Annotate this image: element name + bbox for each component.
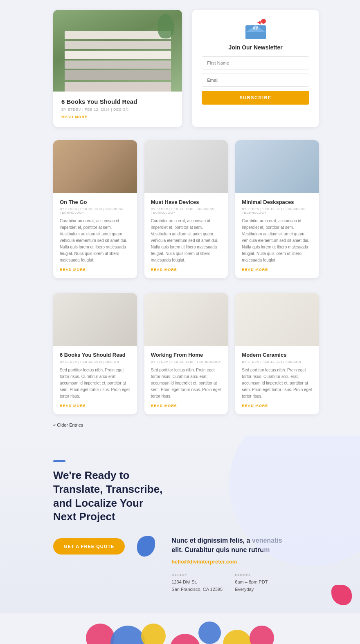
blog-card-1: Working From Home BY ETDEV | FEB 12, 201… bbox=[144, 293, 228, 414]
card-meta: BY ETDEV | FEB 12, 2018 | BUSINESS, TECH… bbox=[60, 207, 130, 215]
blog-grid: On The Go BY ETDEV | FEB 12, 2018 | BUSI… bbox=[0, 137, 360, 282]
people-row bbox=[0, 642, 360, 644]
hours-label: HOURS bbox=[235, 573, 294, 577]
newsletter-title: Join Our Newsletter bbox=[229, 44, 283, 51]
card-excerpt: Curabitur arcu erat, accumsan id imperdi… bbox=[60, 218, 130, 264]
card-read-more[interactable]: READ MORE bbox=[151, 268, 222, 272]
people-illustration-section bbox=[0, 613, 360, 644]
cta-right: Nunc et dignissim felis, a venenatis eli… bbox=[171, 536, 294, 593]
bubble-yellow-1 bbox=[141, 624, 166, 644]
card-image-0 bbox=[53, 140, 137, 193]
card-read-more[interactable]: READ MORE bbox=[60, 404, 130, 408]
newsletter-email-input[interactable] bbox=[202, 74, 309, 87]
top-section: 6 Books You Should Read BY ETDEV | FEB 1… bbox=[0, 0, 360, 137]
cta-accent-bar bbox=[53, 460, 65, 462]
card-image-2 bbox=[235, 140, 319, 193]
pagination: « Older Entries bbox=[0, 418, 360, 436]
featured-post-title: 6 Books You Should Read bbox=[61, 98, 174, 105]
featured-card-body: 6 Books You Should Read BY ETDEV | FEB 1… bbox=[53, 92, 182, 127]
cta-office: OFFICE 1234 Divi St.San Francisco, CA 12… bbox=[171, 573, 231, 593]
hours-value: 6am – 8pm PDTEveryday bbox=[235, 579, 294, 593]
blog-grid-row2: 6 Books You Should Read BY ETDEV | FEB 1… bbox=[0, 290, 360, 418]
card-read-more[interactable]: READ MORE bbox=[60, 268, 130, 272]
card-read-more[interactable]: READ MORE bbox=[151, 404, 222, 408]
blue-blob-decoration bbox=[137, 536, 155, 557]
older-entries-link[interactable]: « Older Entries bbox=[53, 423, 83, 427]
cta-tagline: Nunc et dignissim felis, a venenatis eli… bbox=[171, 536, 294, 555]
bubble-pink-small bbox=[250, 626, 274, 644]
card-title: Working From Home bbox=[151, 352, 222, 358]
cta-contact-grid: OFFICE 1234 Divi St.San Francisco, CA 12… bbox=[171, 573, 294, 593]
card-image-1 bbox=[144, 293, 228, 346]
get-quote-button[interactable]: GET A FREE QUOTE bbox=[53, 538, 125, 555]
featured-post-image bbox=[53, 10, 182, 92]
pink-blob-decoration bbox=[331, 585, 352, 605]
blog-card-1: Must Have Devices BY ETDEV | FEB 12, 201… bbox=[144, 140, 228, 278]
card-title: Minimal Deskspaces bbox=[242, 199, 313, 205]
blog-card-0: On The Go BY ETDEV | FEB 12, 2018 | BUSI… bbox=[53, 140, 137, 278]
card-title: 6 Books You Should Read bbox=[60, 352, 130, 358]
card-meta: BY ETDEV | FEB 12, 2018 | BUSINESS, TECH… bbox=[151, 207, 222, 215]
cta-heading: We're Ready to Translate, Transcribe, an… bbox=[53, 469, 168, 524]
person-3 bbox=[149, 642, 178, 644]
bubble-blue-medium bbox=[198, 622, 221, 644]
person-2 bbox=[117, 642, 145, 644]
card-image-1 bbox=[144, 140, 228, 193]
blog-card-2: Modern Ceramics BY ETDEV | FEB 12, 2018 … bbox=[235, 293, 319, 414]
office-label: OFFICE bbox=[171, 573, 231, 577]
card-read-more[interactable]: READ MORE bbox=[242, 268, 313, 272]
card-excerpt: Curabitur arcu erat, accumsan id imperdi… bbox=[242, 218, 313, 264]
subscribe-button[interactable]: SUBSCRIBE bbox=[202, 91, 309, 105]
card-read-more[interactable]: READ MORE bbox=[242, 404, 313, 408]
person-6 bbox=[248, 642, 276, 644]
card-meta: BY ETDEV | FEB 12, 2018 | DESIGN bbox=[242, 360, 313, 364]
card-grid-row2: 6 Books You Should Read BY ETDEV | FEB 1… bbox=[53, 293, 319, 414]
featured-post-meta: BY ETDEV | FEB 12, 2018 | DESIGN bbox=[61, 107, 174, 112]
card-meta: BY ETDEV | FEB 12, 2018 | TECHNOLOGY bbox=[151, 360, 222, 364]
card-excerpt: Sed porttitor lectus nibh. Proin eget to… bbox=[242, 367, 313, 400]
card-title: On The Go bbox=[60, 199, 130, 205]
card-image-2 bbox=[235, 293, 319, 346]
blog-card-2: Minimal Deskspaces BY ETDEV | FEB 12, 20… bbox=[235, 140, 319, 278]
office-value: 1234 Divi St.San Francisco, CA 12395 bbox=[171, 579, 231, 593]
featured-post-card: 6 Books You Should Read BY ETDEV | FEB 1… bbox=[53, 10, 182, 127]
person-5 bbox=[215, 642, 243, 644]
person-4 bbox=[182, 642, 211, 644]
newsletter-icon: @ bbox=[245, 21, 267, 39]
newsletter-card: @ Join Our Newsletter SUBSCRIBE bbox=[192, 10, 319, 127]
card-excerpt: Sed porttitor lectus nibh. Proin eget to… bbox=[151, 367, 222, 400]
cta-section: We're Ready to Translate, Transcribe, an… bbox=[0, 436, 360, 613]
bubble-blue-large bbox=[110, 626, 145, 644]
card-excerpt: Sed porttitor lectus nibh. Proin eget to… bbox=[60, 367, 130, 400]
cta-hours: HOURS 6am – 8pm PDTEveryday bbox=[235, 573, 294, 593]
card-title: Modern Ceramics bbox=[242, 352, 313, 358]
cta-row: GET A FREE QUOTE Nunc et dignissim felis… bbox=[53, 536, 319, 593]
newsletter-first-name-input[interactable] bbox=[202, 56, 309, 69]
card-excerpt: Curabitur arcu erat, accumsan id imperdi… bbox=[151, 218, 222, 264]
speech-bubbles bbox=[41, 622, 319, 644]
blog-card-0: 6 Books You Should Read BY ETDEV | FEB 1… bbox=[53, 293, 137, 414]
card-title: Must Have Devices bbox=[151, 199, 222, 205]
card-grid-row1: On The Go BY ETDEV | FEB 12, 2018 | BUSI… bbox=[53, 140, 319, 278]
person-1 bbox=[84, 642, 112, 644]
cta-email[interactable]: hello@diviinterpreter.com bbox=[171, 559, 294, 565]
card-meta: BY ETDEV | FEB 12, 2018 | BUSINESS, TECH… bbox=[242, 207, 313, 215]
cta-left: GET A FREE QUOTE bbox=[53, 536, 155, 557]
card-image-0 bbox=[53, 293, 137, 346]
featured-read-more[interactable]: READ MORE bbox=[61, 115, 174, 119]
card-meta: BY ETDEV | FEB 12, 2018 | DESIGN bbox=[60, 360, 130, 364]
